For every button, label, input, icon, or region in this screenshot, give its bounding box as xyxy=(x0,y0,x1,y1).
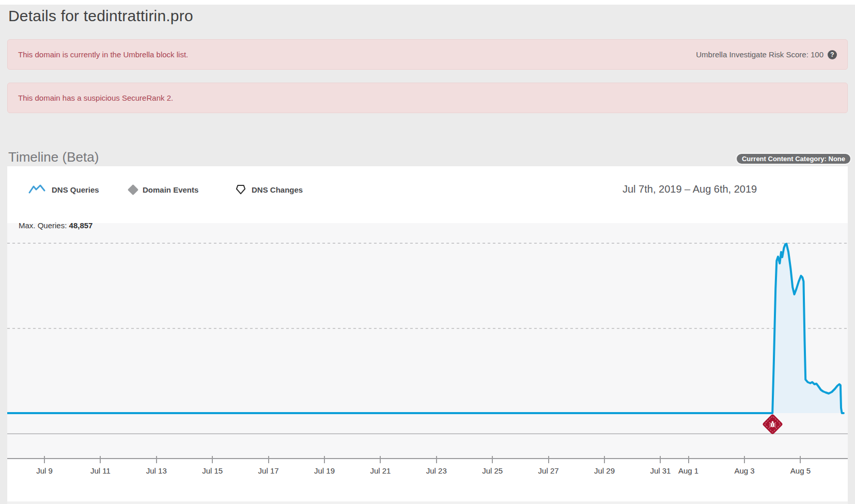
x-axis-tick xyxy=(212,456,213,463)
x-axis-label: Aug 1 xyxy=(665,466,712,475)
x-axis-label: Jul 23 xyxy=(413,466,460,475)
gridline-max xyxy=(7,243,848,244)
blocklist-alert-text: This domain is currently in the Umbrella… xyxy=(18,50,188,59)
risk-score-group: Umbrella Investigate Risk Score: 100 ? xyxy=(696,50,837,59)
date-range: Jul 7th, 2019 – Aug 6th, 2019 xyxy=(623,183,757,195)
gridline-mid xyxy=(7,328,848,329)
x-axis-tick xyxy=(660,456,661,463)
x-axis-tick xyxy=(268,456,269,463)
bug-icon xyxy=(769,420,776,428)
x-axis-tick xyxy=(744,456,745,463)
line-chart-icon xyxy=(28,184,46,195)
x-axis-label: Jul 27 xyxy=(525,466,572,475)
investigate-page: Details for tedintrattirin.pro This doma… xyxy=(0,0,855,504)
plot-area xyxy=(7,223,848,459)
x-axis-tick xyxy=(800,456,801,463)
x-axis-label: Jul 17 xyxy=(245,466,292,475)
x-axis-label: Jul 21 xyxy=(357,466,403,475)
events-band-border xyxy=(7,433,848,434)
help-icon[interactable]: ? xyxy=(828,50,837,59)
x-axis-tick xyxy=(548,456,549,463)
legend-label: DNS Changes xyxy=(252,185,303,194)
legend-dns-queries[interactable]: DNS Queries xyxy=(28,182,99,197)
top-strip xyxy=(0,0,855,5)
x-axis-tick xyxy=(100,456,101,463)
x-axis-label: Jul 25 xyxy=(469,466,516,475)
x-axis-tick xyxy=(688,456,689,463)
max-queries-label: Max. Queries: 48,857 xyxy=(19,221,92,230)
x-axis-tick xyxy=(44,456,45,463)
x-axis-label: Aug 5 xyxy=(777,466,823,475)
securerank-alert-banner: This domain has a suspicious SecureRank … xyxy=(7,83,848,113)
legend-label: Domain Events xyxy=(143,185,198,194)
x-axis-label: Jul 9 xyxy=(21,466,68,475)
x-axis-tick xyxy=(156,456,157,463)
page-title: Details for tedintrattirin.pro xyxy=(8,7,193,25)
securerank-alert-text: This domain has a suspicious SecureRank … xyxy=(18,93,173,102)
legend-domain-events[interactable]: Domain Events xyxy=(129,182,198,197)
x-axis-label: Jul 29 xyxy=(581,466,628,475)
x-axis-label: Aug 3 xyxy=(721,466,768,475)
x-axis-tick xyxy=(380,456,381,463)
diamond-icon xyxy=(128,184,138,195)
x-axis-line xyxy=(7,458,848,459)
pentagon-icon xyxy=(236,184,246,195)
bottom-strip xyxy=(7,501,848,504)
x-axis-label: Jul 19 xyxy=(301,466,348,475)
x-axis-label: Jul 13 xyxy=(133,466,180,475)
timeline-heading: Timeline (Beta) xyxy=(8,149,99,165)
x-axis-tick xyxy=(492,456,493,463)
x-axis-label: Jul 11 xyxy=(77,466,123,475)
x-axis-tick xyxy=(604,456,605,463)
content-category-badge: Current Content Category: None xyxy=(736,153,851,165)
x-axis-label: Jul 15 xyxy=(189,466,236,475)
legend-dns-changes[interactable]: DNS Changes xyxy=(236,182,303,197)
blocklist-alert-banner: This domain is currently in the Umbrella… xyxy=(7,39,848,70)
max-queries-value: 48,857 xyxy=(69,221,93,230)
x-axis-tick xyxy=(324,456,325,463)
x-axis-tick xyxy=(436,456,437,463)
risk-score-label: Umbrella Investigate Risk Score: 100 xyxy=(696,50,823,59)
legend-label: DNS Queries xyxy=(52,185,99,194)
